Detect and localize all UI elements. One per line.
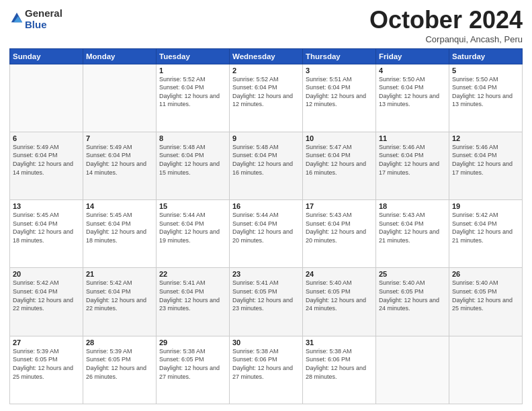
calendar-day-cell: 2Sunrise: 5:52 AM Sunset: 6:04 PM Daylig… <box>230 64 303 132</box>
calendar-day-cell: 10Sunrise: 5:47 AM Sunset: 6:04 PM Dayli… <box>303 132 376 199</box>
calendar-day-cell: 16Sunrise: 5:44 AM Sunset: 6:04 PM Dayli… <box>230 200 303 268</box>
day-number: 4 <box>379 66 446 75</box>
calendar-day-cell: 13Sunrise: 5:45 AM Sunset: 6:04 PM Dayli… <box>10 200 83 268</box>
day-info: Sunrise: 5:52 AM Sunset: 6:04 PM Dayligh… <box>232 75 300 109</box>
day-info: Sunrise: 5:48 AM Sunset: 6:04 PM Dayligh… <box>159 143 226 177</box>
logo-icon <box>10 11 24 25</box>
calendar-day-cell: 23Sunrise: 5:41 AM Sunset: 6:05 PM Dayli… <box>230 268 303 336</box>
calendar-week-row: 1Sunrise: 5:52 AM Sunset: 6:04 PM Daylig… <box>10 64 523 132</box>
day-number: 24 <box>306 270 373 278</box>
day-number: 2 <box>232 66 300 75</box>
day-number: 28 <box>86 338 153 347</box>
calendar-day-cell: 7Sunrise: 5:49 AM Sunset: 6:04 PM Daylig… <box>83 132 157 199</box>
calendar-header-cell: Tuesday <box>157 48 230 64</box>
day-info: Sunrise: 5:38 AM Sunset: 6:06 PM Dayligh… <box>232 347 300 381</box>
calendar-header-cell: Friday <box>376 48 449 64</box>
calendar-week-row: 27Sunrise: 5:39 AM Sunset: 6:05 PM Dayli… <box>10 336 523 404</box>
calendar-day-cell <box>10 64 83 132</box>
logo: General Blue <box>9 7 62 30</box>
calendar-day-cell: 8Sunrise: 5:48 AM Sunset: 6:04 PM Daylig… <box>157 132 230 199</box>
day-number: 21 <box>86 270 153 278</box>
day-number: 26 <box>452 270 519 278</box>
day-number: 22 <box>159 270 226 278</box>
day-info: Sunrise: 5:41 AM Sunset: 6:05 PM Dayligh… <box>232 279 300 312</box>
calendar-day-cell: 27Sunrise: 5:39 AM Sunset: 6:05 PM Dayli… <box>10 336 83 404</box>
header: General Blue October 2024 Corpanqui, Anc… <box>9 7 523 44</box>
day-number: 13 <box>13 202 80 210</box>
calendar-day-cell: 30Sunrise: 5:38 AM Sunset: 6:06 PM Dayli… <box>230 336 303 404</box>
calendar-day-cell: 18Sunrise: 5:43 AM Sunset: 6:04 PM Dayli… <box>376 200 449 268</box>
day-number: 1 <box>159 66 226 75</box>
calendar-header-row: SundayMondayTuesdayWednesdayThursdayFrid… <box>10 48 523 64</box>
logo-general-text: General <box>25 7 62 19</box>
calendar-day-cell: 24Sunrise: 5:40 AM Sunset: 6:05 PM Dayli… <box>303 268 376 336</box>
day-info: Sunrise: 5:50 AM Sunset: 6:04 PM Dayligh… <box>452 75 519 109</box>
day-number: 7 <box>86 134 153 142</box>
day-info: Sunrise: 5:41 AM Sunset: 6:04 PM Dayligh… <box>159 279 226 312</box>
logo-blue-text: Blue <box>25 19 47 30</box>
calendar-header-cell: Thursday <box>303 48 376 64</box>
day-info: Sunrise: 5:46 AM Sunset: 6:04 PM Dayligh… <box>452 143 519 177</box>
calendar-day-cell <box>376 336 449 404</box>
calendar-day-cell: 15Sunrise: 5:44 AM Sunset: 6:04 PM Dayli… <box>157 200 230 268</box>
calendar-header-cell: Sunday <box>10 48 83 64</box>
calendar-day-cell: 1Sunrise: 5:52 AM Sunset: 6:04 PM Daylig… <box>157 64 230 132</box>
day-number: 25 <box>379 270 446 278</box>
calendar-table: SundayMondayTuesdayWednesdayThursdayFrid… <box>9 48 523 404</box>
calendar-day-cell: 17Sunrise: 5:43 AM Sunset: 6:04 PM Dayli… <box>303 200 376 268</box>
month-title: October 2024 <box>369 7 523 34</box>
day-number: 23 <box>232 270 300 278</box>
calendar-day-cell: 29Sunrise: 5:38 AM Sunset: 6:05 PM Dayli… <box>157 336 230 404</box>
calendar-day-cell: 9Sunrise: 5:48 AM Sunset: 6:04 PM Daylig… <box>230 132 303 199</box>
day-info: Sunrise: 5:49 AM Sunset: 6:04 PM Dayligh… <box>13 143 80 177</box>
day-number: 14 <box>86 202 153 210</box>
day-info: Sunrise: 5:38 AM Sunset: 6:06 PM Dayligh… <box>306 347 373 381</box>
day-info: Sunrise: 5:45 AM Sunset: 6:04 PM Dayligh… <box>86 211 153 244</box>
day-info: Sunrise: 5:42 AM Sunset: 6:04 PM Dayligh… <box>13 279 80 312</box>
calendar-day-cell: 4Sunrise: 5:50 AM Sunset: 6:04 PM Daylig… <box>376 64 449 132</box>
calendar-week-row: 13Sunrise: 5:45 AM Sunset: 6:04 PM Dayli… <box>10 200 523 268</box>
calendar-header-cell: Monday <box>83 48 157 64</box>
calendar-day-cell: 11Sunrise: 5:46 AM Sunset: 6:04 PM Dayli… <box>376 132 449 199</box>
day-number: 12 <box>452 134 519 142</box>
day-number: 15 <box>159 202 226 210</box>
day-number: 27 <box>13 338 80 347</box>
day-info: Sunrise: 5:40 AM Sunset: 6:05 PM Dayligh… <box>452 279 519 312</box>
calendar-day-cell: 12Sunrise: 5:46 AM Sunset: 6:04 PM Dayli… <box>449 132 523 199</box>
calendar-day-cell: 25Sunrise: 5:40 AM Sunset: 6:05 PM Dayli… <box>376 268 449 336</box>
title-block: October 2024 Corpanqui, Ancash, Peru <box>369 7 523 44</box>
calendar-day-cell: 31Sunrise: 5:38 AM Sunset: 6:06 PM Dayli… <box>303 336 376 404</box>
calendar-week-row: 6Sunrise: 5:49 AM Sunset: 6:04 PM Daylig… <box>10 132 523 199</box>
calendar-day-cell: 19Sunrise: 5:42 AM Sunset: 6:04 PM Dayli… <box>449 200 523 268</box>
day-number: 8 <box>159 134 226 142</box>
day-info: Sunrise: 5:52 AM Sunset: 6:04 PM Dayligh… <box>159 75 226 109</box>
calendar-day-cell: 20Sunrise: 5:42 AM Sunset: 6:04 PM Dayli… <box>10 268 83 336</box>
calendar-day-cell: 14Sunrise: 5:45 AM Sunset: 6:04 PM Dayli… <box>83 200 157 268</box>
day-info: Sunrise: 5:45 AM Sunset: 6:04 PM Dayligh… <box>13 211 80 244</box>
day-number: 11 <box>379 134 446 142</box>
day-number: 29 <box>159 338 226 347</box>
calendar-day-cell: 6Sunrise: 5:49 AM Sunset: 6:04 PM Daylig… <box>10 132 83 199</box>
day-number: 3 <box>306 66 373 75</box>
calendar-day-cell: 3Sunrise: 5:51 AM Sunset: 6:04 PM Daylig… <box>303 64 376 132</box>
day-info: Sunrise: 5:43 AM Sunset: 6:04 PM Dayligh… <box>379 211 446 244</box>
page: General Blue October 2024 Corpanqui, Anc… <box>0 0 532 411</box>
calendar-body: 1Sunrise: 5:52 AM Sunset: 6:04 PM Daylig… <box>10 64 523 404</box>
calendar-header-cell: Wednesday <box>230 48 303 64</box>
calendar-day-cell: 28Sunrise: 5:39 AM Sunset: 6:05 PM Dayli… <box>83 336 157 404</box>
calendar-week-row: 20Sunrise: 5:42 AM Sunset: 6:04 PM Dayli… <box>10 268 523 336</box>
day-number: 6 <box>13 134 80 142</box>
day-info: Sunrise: 5:44 AM Sunset: 6:04 PM Dayligh… <box>159 211 226 244</box>
day-info: Sunrise: 5:51 AM Sunset: 6:04 PM Dayligh… <box>306 75 373 109</box>
day-info: Sunrise: 5:42 AM Sunset: 6:04 PM Dayligh… <box>452 211 519 244</box>
day-number: 30 <box>232 338 300 347</box>
day-info: Sunrise: 5:39 AM Sunset: 6:05 PM Dayligh… <box>86 347 153 381</box>
day-info: Sunrise: 5:47 AM Sunset: 6:04 PM Dayligh… <box>306 143 373 177</box>
day-number: 17 <box>306 202 373 210</box>
day-info: Sunrise: 5:38 AM Sunset: 6:05 PM Dayligh… <box>159 347 226 381</box>
day-info: Sunrise: 5:50 AM Sunset: 6:04 PM Dayligh… <box>379 75 446 109</box>
calendar-day-cell: 22Sunrise: 5:41 AM Sunset: 6:04 PM Dayli… <box>157 268 230 336</box>
day-info: Sunrise: 5:40 AM Sunset: 6:05 PM Dayligh… <box>379 279 446 312</box>
day-number: 10 <box>306 134 373 142</box>
calendar-day-cell: 26Sunrise: 5:40 AM Sunset: 6:05 PM Dayli… <box>449 268 523 336</box>
